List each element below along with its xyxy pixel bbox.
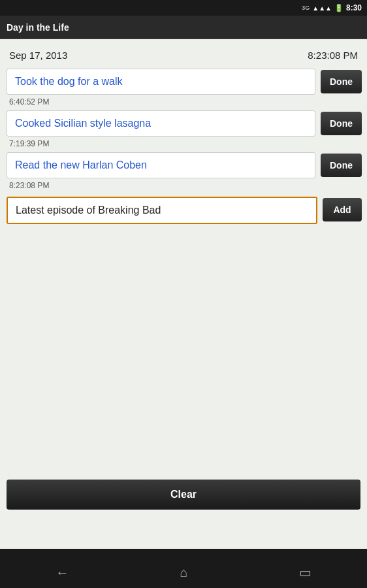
current-date: Sep 17, 2013 <box>9 50 67 61</box>
task-row: Done <box>7 152 362 178</box>
status-time: 8:30 <box>346 3 362 12</box>
nav-bar: ← ⌂ ▭ <box>0 557 367 588</box>
app-title: Day in the Life <box>7 22 69 33</box>
clear-button-container: Clear <box>7 480 360 510</box>
current-time: 8:23:08 PM <box>308 50 358 61</box>
add-button[interactable]: Add <box>323 198 362 221</box>
task-timestamp-1: 6:40:52 PM <box>7 96 362 110</box>
new-task-input[interactable] <box>7 197 317 224</box>
done-button-3[interactable]: Done <box>321 154 362 177</box>
tasks-area: Done 6:40:52 PM Done 7:19:39 PM Done 8:2… <box>0 69 367 194</box>
back-button[interactable]: ← <box>56 565 69 580</box>
task-row: Done <box>7 69 362 95</box>
home-button[interactable]: ⌂ <box>180 565 187 580</box>
task-timestamp-2: 7:19:39 PM <box>7 138 362 152</box>
battery-icon: 🔋 <box>334 4 343 12</box>
date-header: Sep 17, 2013 8:23:08 PM <box>0 39 367 69</box>
new-task-row: Add <box>0 197 367 224</box>
clear-button[interactable]: Clear <box>7 480 360 510</box>
network-type: 3G <box>302 5 310 11</box>
task-row: Done <box>7 110 362 137</box>
main-content: Sep 17, 2013 8:23:08 PM Done 6:40:52 PM … <box>0 39 367 549</box>
done-button-1[interactable]: Done <box>321 70 362 93</box>
recents-button[interactable]: ▭ <box>299 564 311 580</box>
status-bar: 3G ▲▲▲ 🔋 8:30 <box>0 0 367 16</box>
task-input-3[interactable] <box>7 152 315 178</box>
task-input-1[interactable] <box>7 69 315 95</box>
task-input-2[interactable] <box>7 110 315 137</box>
task-timestamp-3: 8:23:08 PM <box>7 180 362 194</box>
signal-icon: ▲▲▲ <box>312 5 332 12</box>
app-titlebar: Day in the Life <box>0 16 367 39</box>
done-button-2[interactable]: Done <box>321 112 362 135</box>
